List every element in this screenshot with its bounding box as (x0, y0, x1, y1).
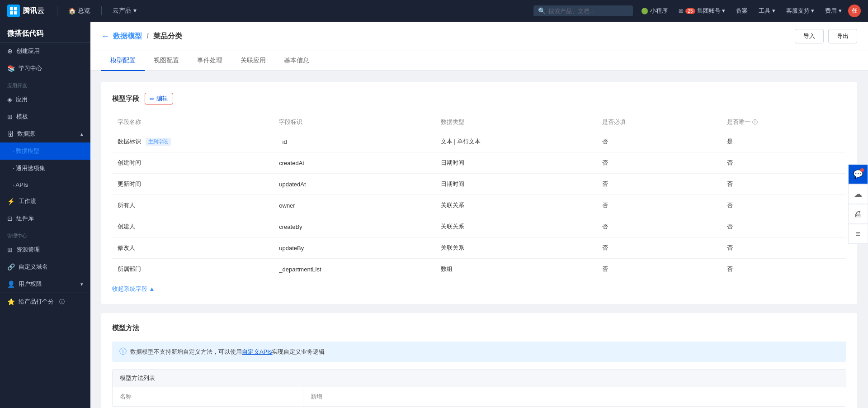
table-row: 更新时间 updatedAt 日期时间 否 否 (112, 174, 846, 195)
collapse-label: 收起系统字段 ▲ (112, 285, 155, 293)
nav-tools-label: 工具 ▾ (759, 7, 775, 15)
sidebar-section-dev: 应用开发 (0, 77, 90, 91)
top-nav: 腾讯云 🏠 总览 云产品 ▾ 🔍 🟢 小程序 ✉ 25 集团账号 ▾ 备案 工具… (0, 0, 868, 22)
sidebar-item-data-model[interactable]: · 数据模型 (0, 142, 90, 160)
workflow-icon: ⚡ (7, 198, 15, 205)
sidebar-item-resource[interactable]: ⊞ 资源管理 (0, 241, 90, 258)
resource-icon: ⊞ (7, 246, 13, 253)
table-row: 所有人 owner 关联关系 否 否 (112, 195, 846, 216)
tab-model-config[interactable]: 模型配置 (101, 51, 145, 71)
float-menu-button[interactable]: ≡ (848, 224, 868, 244)
method-table-header: 模型方法列表 (112, 369, 846, 387)
cell-unique: 否 (722, 174, 846, 195)
sidebar-item-rate[interactable]: ⭐ 给产品打个分 ⓘ (0, 293, 90, 310)
cell-unique: 否 (722, 216, 846, 237)
cell-data-type: 关联关系 (435, 237, 597, 259)
table-row: 数据标识 主列字段 _id 文本 | 单行文本 否 是 (112, 131, 846, 152)
nav-cloud-products[interactable]: 云产品 ▾ (107, 0, 142, 22)
cell-field-name: 所属部门 (112, 259, 274, 280)
table-row: 创建时间 createdAt 日期时间 否 否 (112, 152, 846, 174)
field-name-text: 所有人 (118, 202, 135, 209)
sidebar-item-datasource[interactable]: 🗄 数据源 ▴ (0, 125, 90, 142)
col-header-required: 是否必填 (597, 114, 722, 131)
cell-field-name: 创建人 (112, 216, 274, 237)
nav-divider2 (101, 6, 102, 15)
sidebar-item-domain-label: 自定义域名 (19, 263, 48, 271)
collapse-link[interactable]: 收起系统字段 ▲ (112, 285, 155, 293)
cell-unique: 否 (722, 237, 846, 259)
cell-data-type: 关联关系 (435, 216, 597, 237)
model-fields-title: 模型字段 (112, 95, 139, 103)
page-title: 数据模型 / 菜品分类 (113, 32, 182, 41)
logo[interactable]: 腾讯云 (7, 5, 44, 17)
sidebar-item-template[interactable]: ⊞ 模板 (0, 108, 90, 125)
sidebar-brand: 微搭低代码 (0, 22, 90, 43)
tab-view-config[interactable]: 视图配置 (145, 51, 188, 71)
sidebar-item-apis[interactable]: · APIs (0, 177, 90, 193)
model-methods-title: 模型方法 (112, 324, 139, 332)
nav-support[interactable]: 客服支持 ▾ (782, 0, 819, 22)
search-box[interactable]: 🔍 (533, 5, 633, 16)
permissions-icon: 👤 (7, 280, 15, 288)
nav-billing[interactable]: 费用 ▾ (821, 0, 846, 22)
rate-icon: ⭐ (7, 298, 15, 305)
sidebar-item-workflow[interactable]: ⚡ 工作流 (0, 193, 90, 210)
nav-record[interactable]: 备案 (731, 0, 752, 22)
sidebar-item-components[interactable]: ⊡ 组件库 (0, 210, 90, 227)
info-circle-icon: ⓘ (59, 298, 65, 306)
tab-basic-info[interactable]: 基本信息 (275, 51, 318, 71)
cell-field-name: 数据标识 主列字段 (112, 131, 274, 152)
search-input[interactable] (548, 8, 621, 14)
page-content: 模型字段 ✏ 编辑 字段名称 字段标识 数据类型 是否必填 是否唯一 ⓘ (90, 71, 868, 408)
fields-table: 字段名称 字段标识 数据类型 是否必填 是否唯一 ⓘ 数据标识 主列字段 _id… (112, 114, 846, 280)
svg-rect-0 (10, 7, 13, 10)
model-fields-section: 模型字段 ✏ 编辑 字段名称 字段标识 数据类型 是否必填 是否唯一 ⓘ (101, 82, 857, 304)
edit-button[interactable]: ✏ 编辑 (145, 93, 173, 104)
nav-group-account[interactable]: ✉ 25 集团账号 ▾ (674, 0, 730, 22)
nav-miniprogram[interactable]: 🟢 小程序 (637, 0, 672, 22)
pencil-icon: ✏ (150, 95, 155, 102)
nav-overview[interactable]: 🏠 总览 (63, 0, 96, 22)
cell-field-id: _id (274, 131, 435, 152)
create-app-icon: ⊕ (7, 47, 13, 55)
back-button[interactable]: ← (101, 32, 109, 41)
cell-field-name: 更新时间 (112, 174, 274, 195)
nav-tools[interactable]: 工具 ▾ (754, 0, 780, 22)
cell-required: 否 (597, 131, 722, 152)
sidebar-item-options[interactable]: · 通用选项集 (0, 160, 90, 177)
sidebar-section-admin: 管理中心 (0, 227, 90, 241)
components-icon: ⊡ (7, 215, 13, 222)
sidebar-item-create-app-label: 创建应用 (16, 47, 40, 55)
methods-section-header: 模型方法 (112, 324, 846, 332)
cell-field-id: owner (274, 195, 435, 216)
model-methods-section: 模型方法 ⓘ 数据模型不支持新增自定义方法，可以使用自定义APIs实现自定义业务… (101, 313, 857, 408)
tab-event-handling[interactable]: 事件处理 (188, 51, 231, 71)
float-cloud-button[interactable]: ☁ (848, 184, 868, 204)
sidebar-item-domain[interactable]: 🔗 自定义域名 (0, 258, 90, 275)
tab-related-apps[interactable]: 关联应用 (231, 51, 275, 71)
cell-required: 否 (597, 195, 722, 216)
custom-apis-link[interactable]: 自定义APIs (242, 348, 272, 355)
import-button[interactable]: 导入 (795, 29, 824, 43)
sidebar-item-learn[interactable]: 📚 学习中心 (0, 60, 90, 77)
sidebar-item-data-model-label: · 数据模型 (13, 147, 39, 155)
edit-label: 编辑 (156, 95, 168, 103)
export-button[interactable]: 导出 (828, 29, 857, 43)
avatar[interactable]: 任 (848, 5, 861, 17)
breadcrumb-root[interactable]: 数据模型 (113, 32, 142, 40)
logo-text: 腾讯云 (23, 6, 44, 16)
sidebar-item-app[interactable]: ◈ 应用 (0, 91, 90, 108)
sidebar-item-workflow-label: 工作流 (19, 197, 36, 205)
sidebar-item-app-label: 应用 (16, 95, 28, 104)
float-chat-button[interactable]: 💬 (848, 164, 868, 184)
info-icon: ⓘ (752, 119, 758, 125)
col-header-unique: 是否唯一 ⓘ (722, 114, 846, 131)
method-table-title: 模型方法列表 (120, 374, 155, 382)
table-row: 修改人 updateBy 关联关系 否 否 (112, 237, 846, 259)
sidebar-item-resource-label: 资源管理 (16, 246, 40, 254)
float-print-button[interactable]: 🖨 (848, 204, 868, 224)
sidebar-item-template-label: 模板 (16, 113, 28, 121)
sidebar-item-create-app[interactable]: ⊕ 创建应用 (0, 43, 90, 60)
sidebar-item-permissions[interactable]: 👤 用户权限 ▾ (0, 275, 90, 293)
nav-support-label: 客服支持 ▾ (786, 7, 815, 15)
